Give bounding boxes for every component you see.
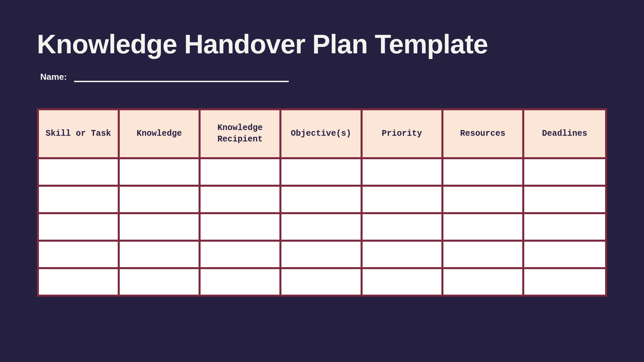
cell-priority[interactable]: [363, 240, 443, 267]
cell-deadlines[interactable]: [524, 240, 605, 267]
col-header-recipient: Knowledge Recipient: [201, 110, 281, 157]
col-header-skill: Skill or Task: [39, 110, 120, 157]
handover-table-container: Skill or Task Knowledge Knowledge Recipi…: [37, 108, 607, 297]
cell-skill[interactable]: [39, 185, 120, 212]
cell-priority[interactable]: [363, 267, 443, 295]
cell-deadlines[interactable]: [524, 267, 605, 295]
cell-skill[interactable]: [39, 240, 120, 267]
table-row: [39, 212, 605, 240]
cell-deadlines[interactable]: [524, 185, 605, 212]
table-row: [39, 185, 605, 212]
cell-resources[interactable]: [443, 240, 524, 267]
name-label: Name:: [40, 72, 67, 82]
cell-knowledge[interactable]: [120, 185, 201, 212]
cell-recipient[interactable]: [201, 157, 281, 185]
name-input-line[interactable]: [74, 73, 289, 82]
cell-resources[interactable]: [443, 212, 524, 240]
table-row: [39, 157, 605, 185]
handover-table: Skill or Task Knowledge Knowledge Recipi…: [39, 110, 605, 295]
cell-knowledge[interactable]: [120, 240, 201, 267]
cell-recipient[interactable]: [201, 212, 281, 240]
table-header-row: Skill or Task Knowledge Knowledge Recipi…: [39, 110, 605, 157]
col-header-deadlines: Deadlines: [524, 110, 605, 157]
col-header-priority: Priority: [363, 110, 443, 157]
cell-objectives[interactable]: [281, 212, 362, 240]
cell-recipient[interactable]: [201, 185, 281, 212]
cell-knowledge[interactable]: [120, 267, 201, 295]
table-row: [39, 240, 605, 267]
cell-recipient[interactable]: [201, 267, 281, 295]
cell-resources[interactable]: [443, 157, 524, 185]
cell-deadlines[interactable]: [524, 212, 605, 240]
cell-skill[interactable]: [39, 157, 120, 185]
cell-objectives[interactable]: [281, 157, 362, 185]
cell-resources[interactable]: [443, 185, 524, 212]
col-header-knowledge: Knowledge: [120, 110, 201, 157]
table-row: [39, 267, 605, 295]
cell-resources[interactable]: [443, 267, 524, 295]
col-header-resources: Resources: [443, 110, 524, 157]
name-field-row: Name:: [37, 72, 607, 82]
cell-objectives[interactable]: [281, 267, 362, 295]
page-title: Knowledge Handover Plan Template: [37, 30, 607, 58]
cell-deadlines[interactable]: [524, 157, 605, 185]
cell-priority[interactable]: [363, 157, 443, 185]
cell-priority[interactable]: [363, 185, 443, 212]
col-header-objectives: Objective(s): [281, 110, 362, 157]
cell-objectives[interactable]: [281, 185, 362, 212]
cell-skill[interactable]: [39, 267, 120, 295]
cell-priority[interactable]: [363, 212, 443, 240]
cell-recipient[interactable]: [201, 240, 281, 267]
cell-skill[interactable]: [39, 212, 120, 240]
cell-knowledge[interactable]: [120, 212, 201, 240]
cell-objectives[interactable]: [281, 240, 362, 267]
cell-knowledge[interactable]: [120, 157, 201, 185]
